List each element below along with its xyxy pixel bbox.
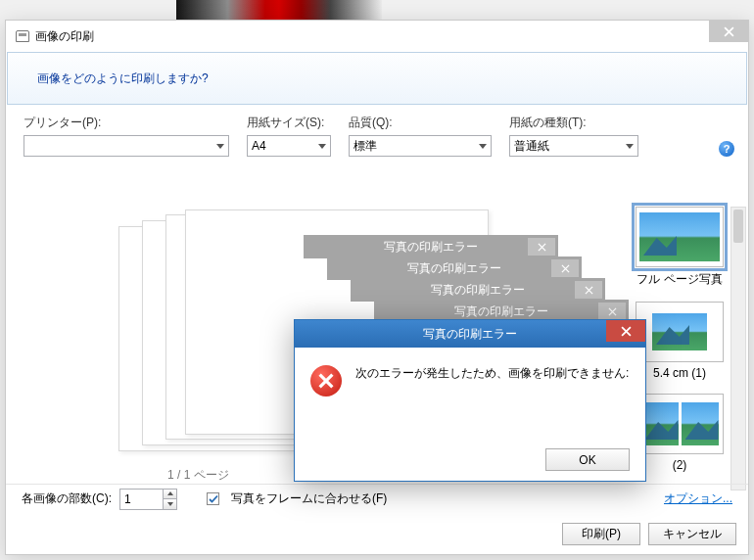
action-row: 印刷(P) キャンセル [562,518,736,549]
copies-input[interactable] [119,489,163,510]
cancel-button[interactable]: キャンセル [648,523,736,545]
bottom-row: 各画像の部数(C): 写真をフレームに合わせる(F) オプション... [6,484,748,513]
chevron-down-icon [216,144,224,149]
chevron-down-icon [626,144,634,149]
fit-frame-checkbox[interactable] [207,492,219,505]
paper-size-value: A4 [252,139,266,153]
scroll-thumb[interactable] [733,210,743,243]
check-icon [209,494,218,504]
printer-label: プリンター(P): [24,115,229,131]
banner: 画像をどのように印刷しますか? [7,52,747,105]
close-button-inactive[interactable] [575,281,602,299]
background-image-fragment [176,0,382,20]
options-link[interactable]: オプション... [664,490,732,507]
help-icon[interactable]: ? [719,141,734,157]
printer-option: プリンター(P): [24,115,229,157]
copies-label: 各画像の部数(C): [22,490,112,507]
quality-value: 標準 [353,138,377,155]
error-dialog-titlebar: 写真の印刷エラー [295,320,645,348]
title-bar: 画像の印刷 [6,21,748,52]
error-dialog-close-button[interactable] [606,320,645,342]
paper-size-select[interactable]: A4 [247,135,331,157]
chevron-down-icon [167,502,173,506]
printer-icon [16,30,29,42]
close-icon [621,326,632,337]
paper-type-select[interactable]: 普通紙 [509,135,638,157]
error-dialog-footer: OK [545,448,630,471]
banner-question: 画像をどのように印刷しますか? [37,70,209,87]
layout-scrollbar[interactable] [730,207,746,490]
layout-thumb [636,302,724,362]
page-indicator: 1 / 1 ページ [167,467,229,484]
fit-frame-label: 写真をフレームに合わせる(F) [231,490,387,507]
paper-size-option: 用紙サイズ(S): A4 [247,115,331,157]
error-titlebar-inactive: 写真の印刷エラー [304,235,558,258]
close-icon [724,26,734,37]
printer-select[interactable] [24,135,229,157]
print-options-row: プリンター(P): 用紙サイズ(S): A4 品質(Q): 標準 用紙の種類(T… [6,105,748,166]
chevron-down-icon [318,144,326,149]
error-ok-button[interactable]: OK [545,448,630,471]
layout-thumb [636,394,724,454]
paper-type-label: 用紙の種類(T): [509,115,638,131]
paper-type-option: 用紙の種類(T): 普通紙 [509,115,638,157]
error-titlebar-inactive: 写真の印刷エラー [327,257,582,280]
close-button-inactive[interactable] [598,303,626,320]
layout-label: フル ページ写真 [616,271,743,288]
quality-option: 品質(Q): 標準 [349,115,492,157]
error-message: 次のエラーが発生したため、画像を印刷できません: [355,365,629,382]
paper-type-value: 普通紙 [514,138,549,155]
layout-full-page[interactable]: フル ページ写真 [616,207,743,288]
error-dialog-body: 次のエラーが発生したため、画像を印刷できません: [295,348,645,414]
window-close-button[interactable] [709,21,748,42]
spinner-down[interactable] [164,499,176,509]
quality-select[interactable]: 標準 [349,135,492,157]
close-button-inactive[interactable] [551,259,579,277]
spinner-buttons [163,489,177,510]
spinner-up[interactable] [164,490,176,500]
layout-thumb [636,207,724,267]
error-titlebar-inactive: 写真の印刷エラー [351,278,605,302]
paper-size-label: 用紙サイズ(S): [247,115,331,131]
print-button[interactable]: 印刷(P) [562,523,640,545]
quality-label: 品質(Q): [349,115,492,131]
window-title: 画像の印刷 [35,28,94,45]
chevron-up-icon [167,491,173,495]
chevron-down-icon [479,144,487,149]
error-icon [310,365,342,397]
error-dialog-title: 写真の印刷エラー [423,326,517,343]
copies-spinner [119,489,177,510]
error-dialog: 写真の印刷エラー 次のエラーが発生したため、画像を印刷できません: OK [294,319,646,482]
close-button-inactive[interactable] [528,238,555,256]
